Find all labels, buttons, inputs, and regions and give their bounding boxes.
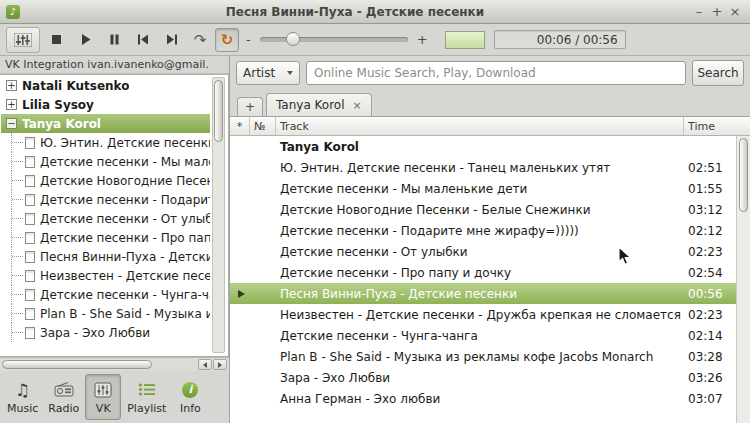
tree-track-row[interactable]: Детские песенки - От улыбки	[1, 209, 210, 228]
volume-plus-label[interactable]: +	[413, 32, 432, 47]
tree-branch-line	[11, 247, 25, 266]
next-track-button[interactable]	[159, 28, 185, 52]
table-row[interactable]: Детские песенки - От улыбки02:23	[230, 241, 736, 262]
pause-icon	[108, 33, 121, 46]
expand-icon[interactable]: +	[6, 99, 17, 110]
library-tree-container: +Natali Kutsenko+Lilia Sysoy−Tanya Korol…	[0, 74, 229, 357]
track-title-cell: Детские песенки - Про папу и дочку	[276, 266, 684, 280]
track-title-cell: Анна Герман - Эхо любви	[276, 392, 684, 406]
tree-track-row[interactable]: Зара - Эхо Любви	[1, 323, 210, 342]
search-input[interactable]	[306, 61, 686, 85]
stop-button[interactable]	[43, 28, 69, 52]
table-row[interactable]: Ю. Энтин. Детские песенки - Танец малень…	[230, 157, 736, 178]
track-time-cell: 02:12	[684, 224, 736, 238]
column-header-time[interactable]: Time	[684, 117, 750, 135]
play-indicator-cell	[230, 290, 250, 298]
tree-track-row[interactable]: Детские песенки - Мы маленькие дети	[1, 152, 210, 171]
tree-horizontal-scrollbar[interactable]	[0, 357, 229, 371]
playback-progress-meter[interactable]	[445, 31, 485, 49]
scroll-right-button[interactable]	[213, 359, 227, 370]
vk-account-label[interactable]: VK Integration ivan.ivanenko@gmail.	[0, 56, 229, 74]
tree-hscroll-steppers	[198, 359, 227, 370]
track-title-cell: Детские песенки - Мы маленькие дети	[276, 182, 684, 196]
tree-track-row[interactable]: Детские Новогодние Песенки - Белые Снежи…	[1, 171, 210, 190]
tree-track-row[interactable]: Ю. Энтин. Детские песенки - Танец малень…	[1, 133, 210, 152]
collapse-icon[interactable]: −	[6, 118, 17, 129]
track-title-cell: Детские песенки - Чунга-чанга	[276, 329, 684, 343]
search-category-dropdown[interactable]: Artist	[236, 61, 300, 85]
next-icon	[165, 33, 179, 46]
table-row[interactable]: Детские песенки - Про папу и дочку02:54	[230, 262, 736, 283]
track-file-icon	[25, 156, 35, 168]
tree-track-row[interactable]: Неизвестен - Детские песенки - Дружба кр…	[1, 266, 210, 285]
repeat-button[interactable]: ↻	[215, 28, 239, 52]
table-row[interactable]: Неизвестен - Детские песенки - Дружба кр…	[230, 304, 736, 325]
source-button-radio[interactable]: Radio	[44, 374, 83, 420]
scroll-left-button[interactable]	[198, 359, 212, 370]
source-button-music[interactable]: ♫Music	[3, 374, 42, 420]
table-row[interactable]: Зара - Эхо Любви03:26	[230, 367, 736, 388]
tree-branch-line	[11, 152, 25, 171]
table-row[interactable]: Plan B - She Said - Музыка из рекламы ко…	[230, 346, 736, 367]
main-content: VK Integration ivan.ivanenko@gmail. +Nat…	[0, 56, 750, 423]
tree-vertical-scrollbar[interactable]	[212, 77, 225, 353]
maximize-button[interactable]: +	[708, 3, 726, 21]
equalizer-icon	[14, 33, 32, 47]
equalizer-button[interactable]	[6, 27, 40, 53]
play-button[interactable]	[72, 28, 98, 52]
pause-button[interactable]	[101, 28, 127, 52]
tab-tanya-korol[interactable]: Tanya Korol ×	[266, 93, 372, 116]
track-time-cell: 02:23	[684, 308, 736, 322]
table-group-header-row[interactable]: Tanya Korol	[230, 136, 736, 157]
tree-track-name: Детские песенки - От улыбки	[40, 212, 210, 226]
tree-artist-row[interactable]: +Natali Kutsenko	[1, 76, 210, 95]
previous-track-button[interactable]	[130, 28, 156, 52]
volume-slider-thumb[interactable]	[286, 32, 300, 46]
tree-track-row[interactable]: Детские песенки - Про папу и дочку	[1, 228, 210, 247]
table-row[interactable]: Песня Винни-Пуха - Детские песенки00:56	[230, 283, 736, 304]
column-header-number[interactable]: №	[250, 117, 276, 135]
close-button[interactable]: ×	[726, 3, 744, 21]
table-vertical-scrollbar[interactable]	[736, 136, 750, 423]
tree-artist-row[interactable]: −Tanya Korol	[1, 114, 210, 133]
tree-vscroll-thumb[interactable]	[214, 80, 223, 142]
source-button-info[interactable]: iInfo	[172, 374, 208, 420]
source-button-playlist[interactable]: Playlist	[123, 374, 170, 420]
tree-track-row[interactable]: Детские песенки - Чунга-чанга	[1, 285, 210, 304]
tree-track-name: Песня Винни-Пуха - Детские песенки	[40, 250, 210, 264]
tab-bar: + Tanya Korol ×	[230, 90, 750, 116]
track-time-cell: 00:56	[684, 287, 736, 301]
tree-track-row[interactable]: Plan B - She Said - Музыка из рекламы ко…	[1, 304, 210, 323]
volume-slider[interactable]	[260, 37, 408, 42]
track-time-cell: 02:54	[684, 266, 736, 280]
tree-track-name: Детские песенки - Подарите мне жирафу=))…	[40, 193, 210, 207]
tree-branch-line	[11, 209, 25, 228]
tree-hscroll-thumb[interactable]	[2, 360, 152, 369]
table-row[interactable]: Детские песенки - Подарите мне жирафу=))…	[230, 220, 736, 241]
minimize-button[interactable]: –	[690, 3, 708, 21]
track-file-icon	[25, 270, 35, 282]
table-row[interactable]: Детские Новогодние Песенки - Белые Снежи…	[230, 199, 736, 220]
search-button[interactable]: Search	[692, 60, 744, 86]
table-row[interactable]: Анна Герман - Эхо любви03:07	[230, 388, 736, 409]
tree-artist-row[interactable]: +Lilia Sysoy	[1, 95, 210, 114]
column-header-play[interactable]: *	[230, 117, 250, 135]
expand-icon[interactable]: +	[6, 80, 17, 91]
new-tab-button[interactable]: +	[237, 97, 263, 116]
table-vscroll-thumb[interactable]	[739, 138, 748, 212]
source-button-vk[interactable]: VK	[85, 374, 121, 420]
tree-track-row[interactable]: Детские песенки - Подарите мне жирафу=))…	[1, 190, 210, 209]
table-row[interactable]: Детские песенки - Мы маленькие дети01:55	[230, 178, 736, 199]
table-row[interactable]: Детские песенки - Чунга-чанга02:14	[230, 325, 736, 346]
titlebar: ♪ Песня Винни-Пуха - Детские песенки – +…	[0, 0, 750, 24]
volume-minus-label[interactable]: -	[242, 32, 255, 47]
tree-track-name: Детские песенки - Чунга-чанга	[40, 288, 210, 302]
tree-track-name: Детские песенки - Про папу и дочку	[40, 231, 210, 245]
shuffle-order-button[interactable]: ↷	[188, 28, 212, 52]
tree-track-row[interactable]: Песня Винни-Пуха - Детские песенки	[1, 247, 210, 266]
tab-close-icon[interactable]: ×	[353, 99, 362, 112]
search-bar: Artist Search	[230, 56, 750, 90]
column-header-track[interactable]: Track	[276, 117, 684, 135]
track-title-cell: Детские Новогодние Песенки - Белые Снежи…	[276, 203, 684, 217]
chevron-down-icon	[287, 71, 293, 75]
